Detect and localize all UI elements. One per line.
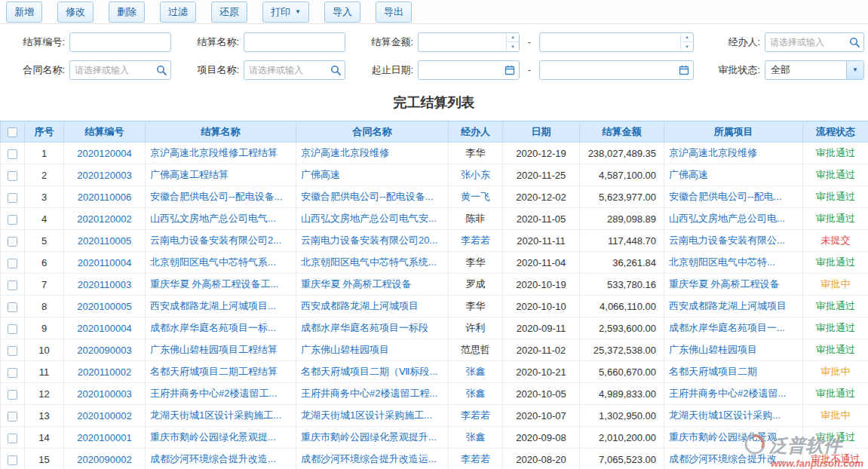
contract-name-link[interactable]: 西安成都路龙湖上河城项目: [301, 300, 419, 311]
settlement-name-link[interactable]: 云南电力设备安装有限公司2...: [150, 234, 281, 246]
amount-max-input[interactable]: [540, 33, 680, 51]
settlement-name-link[interactable]: 龙湖天街城1区设计采购施工...: [150, 409, 281, 421]
contract-name-link[interactable]: 安徽合肥供电公司--配电设备...: [301, 191, 434, 202]
row-checkbox[interactable]: [8, 259, 17, 268]
table-row[interactable]: 52020110005云南电力设备安装有限公司2...云南电力设备安装有限公司2…: [1, 230, 868, 252]
add-button[interactable]: 新增: [6, 2, 42, 23]
settlement-code-link[interactable]: 2020110003: [78, 279, 131, 290]
settlement-code-link[interactable]: 2020120004: [77, 148, 131, 159]
settlement-code-link[interactable]: 2020100002: [77, 410, 131, 421]
settlement-no-input[interactable]: [70, 33, 170, 51]
contract-name-link[interactable]: 王府井商务中心#2楼遗留工程...: [301, 388, 437, 399]
settlement-code-link[interactable]: 2020110002: [78, 366, 131, 378]
contract-search-icon[interactable]: [152, 61, 170, 79]
amount-max-spinner[interactable]: ▲▼: [680, 33, 693, 51]
row-checkbox[interactable]: [8, 280, 17, 290]
handler-name[interactable]: 李若若: [461, 453, 490, 464]
settlement-code-link[interactable]: 2020100001: [77, 432, 131, 443]
settlement-name-link[interactable]: 安徽合肥供电公司--配电设备...: [150, 191, 283, 202]
settlement-name-link[interactable]: 重庆华夏 外高桥工程设备工...: [150, 278, 278, 290]
project-link[interactable]: 广东佛山碧桂园项目: [669, 344, 757, 355]
contract-name-link[interactable]: 广佛高速: [301, 169, 340, 180]
handler-name[interactable]: 李若若: [461, 234, 490, 246]
row-checkbox[interactable]: [8, 302, 17, 312]
handler-name[interactable]: 张小东: [461, 169, 490, 180]
edit-button[interactable]: 修改: [57, 2, 94, 23]
project-link[interactable]: 龙湖天街城1区设计采购...: [669, 409, 781, 421]
settlement-name-link[interactable]: 名都天府城项目二期工程结算: [150, 366, 278, 377]
row-checkbox[interactable]: [8, 149, 17, 159]
settlement-name-link[interactable]: 王府井商务中心#2楼遗留工...: [150, 388, 277, 399]
table-row[interactable]: 62020110004北京朝阳区电气中芯特气系...北京朝阳区电气中芯特气系统.…: [1, 252, 868, 274]
table-row[interactable]: 32020110006安徽合肥供电公司--配电设备...安徽合肥供电公司--配电…: [1, 186, 868, 208]
row-checkbox[interactable]: [8, 215, 17, 225]
table-row[interactable]: 122020100003王府井商务中心#2楼遗留工...王府井商务中心#2楼遗留…: [1, 383, 868, 405]
spin-down-icon[interactable]: ▼: [681, 42, 693, 51]
contract-name-link[interactable]: 京沪高速北京段维修: [301, 147, 389, 158]
handler-name[interactable]: 黄一飞: [461, 191, 490, 202]
settlement-name-link[interactable]: 成都水岸华庭名苑项目一标...: [150, 322, 276, 333]
print-button[interactable]: 打印 ▼: [262, 2, 309, 23]
amount-min-input[interactable]: [419, 33, 506, 51]
settlement-name-link[interactable]: 重庆市鹅岭公园绿化景观提...: [150, 431, 276, 443]
amount-min-spinner[interactable]: ▲▼: [506, 33, 519, 51]
project-link[interactable]: 成都水岸华庭名苑项目一...: [669, 322, 785, 333]
project-link[interactable]: 西安成都路龙湖上河城项目: [669, 300, 787, 311]
approval-status-select[interactable]: 全部 ▼: [765, 60, 864, 80]
settlement-code-link[interactable]: 2020120002: [77, 213, 131, 225]
date-end-input[interactable]: [540, 61, 675, 79]
settlement-name-link[interactable]: 北京朝阳区电气中芯特气系...: [150, 256, 276, 268]
contract-name-link[interactable]: 名都天府城项目二期（Ⅶ标段...: [301, 366, 437, 377]
settlement-name-link[interactable]: 广东佛山碧桂园项目工程结算: [150, 344, 278, 355]
contract-name-link[interactable]: 龙湖天街城1区设计采购施工...: [301, 409, 432, 421]
settlement-code-link[interactable]: 2020100005: [77, 301, 131, 312]
table-row[interactable]: 72020110003重庆华夏 外高桥工程设备工...重庆华夏 外高桥工程设备罗…: [1, 274, 868, 296]
settlement-code-link[interactable]: 2020090002: [77, 454, 131, 465]
row-checkbox[interactable]: [8, 434, 17, 443]
calendar-icon[interactable]: [675, 61, 693, 79]
handler-input[interactable]: [765, 33, 845, 51]
spin-up-icon[interactable]: ▲: [681, 33, 693, 43]
contract-name-link[interactable]: 重庆市鹅岭公园绿化景观提升...: [301, 431, 437, 443]
project-link[interactable]: 北京朝阳区电气中芯特...: [669, 256, 775, 268]
settlement-code-link[interactable]: 2020120003: [77, 170, 131, 181]
settlement-name-link[interactable]: 广佛高速工程结算: [150, 169, 229, 180]
handler-name[interactable]: 张鑫: [466, 366, 486, 377]
contract-name-link[interactable]: 成都水岸华庭名苑项目一标段: [301, 322, 428, 333]
settlement-name-link[interactable]: 山西弘文房地产总公司电气...: [150, 213, 276, 224]
contract-name-link[interactable]: 北京朝阳区电气中芯特气系统...: [301, 256, 437, 268]
project-link[interactable]: 名都天府城项目二期: [669, 366, 757, 377]
settlement-name-input[interactable]: [244, 33, 345, 51]
project-link[interactable]: 成都沙河环境综合提升改...: [669, 453, 785, 464]
settlement-code-link[interactable]: 2020100003: [77, 388, 131, 400]
project-link[interactable]: 重庆华夏 外高桥工程设备: [669, 278, 780, 290]
project-link[interactable]: 王府井商务中心#2楼遗留...: [669, 388, 786, 399]
date-start-input[interactable]: [419, 61, 501, 79]
settlement-code-link[interactable]: 2020110006: [78, 192, 131, 203]
contract-name-link[interactable]: 云南电力设备安装有限公司20...: [301, 234, 437, 246]
import-button[interactable]: 导入: [324, 2, 360, 23]
settlement-code-link[interactable]: 2020100004: [77, 323, 131, 334]
project-name-input[interactable]: [244, 61, 327, 79]
spin-down-icon[interactable]: ▼: [507, 42, 519, 51]
contract-name-link[interactable]: 山西弘文房地产总公司电气安...: [301, 213, 437, 224]
project-link[interactable]: 安徽合肥供电公司--配电...: [669, 191, 782, 202]
contract-name-input[interactable]: [70, 61, 152, 79]
contract-name-link[interactable]: 成都沙河环境综合提升改造运...: [301, 453, 437, 464]
export-button[interactable]: 导出: [376, 2, 412, 23]
row-checkbox[interactable]: [8, 368, 17, 378]
row-checkbox[interactable]: [8, 412, 17, 421]
project-link[interactable]: 京沪高速北京段维修: [669, 147, 757, 158]
table-row[interactable]: 112020110002名都天府城项目二期工程结算名都天府城项目二期（Ⅶ标段..…: [1, 361, 868, 383]
project-link[interactable]: 重庆市鹅岭公园绿化景观...: [669, 431, 785, 443]
table-row[interactable]: 142020100001重庆市鹅岭公园绿化景观提...重庆市鹅岭公园绿化景观提升…: [1, 427, 868, 449]
row-checkbox[interactable]: [8, 237, 17, 247]
table-row[interactable]: 132020100002龙湖天街城1区设计采购施工...龙湖天街城1区设计采购施…: [1, 405, 868, 427]
contract-name-link[interactable]: 重庆华夏 外高桥工程设备: [301, 278, 412, 290]
filter-button[interactable]: 过滤: [160, 2, 196, 23]
settlement-code-link[interactable]: 2020110004: [78, 257, 131, 268]
settlement-name-link[interactable]: 西安成都路龙湖上河城项目...: [150, 300, 276, 311]
calendar-icon[interactable]: [501, 61, 519, 79]
settlement-code-link[interactable]: 2020110005: [78, 235, 131, 247]
select-caret-icon[interactable]: ▼: [846, 61, 863, 79]
